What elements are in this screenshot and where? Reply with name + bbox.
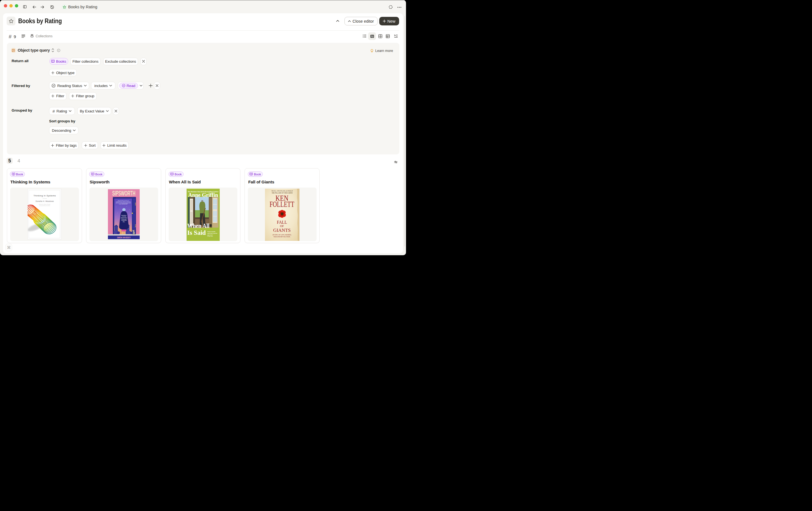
svg-text:‘Simon Van Booy’s characters a: ‘Simon Van Booy’s characters are	[118, 200, 129, 201]
svg-text:OF: OF	[280, 224, 284, 227]
svg-text:desire for connection that all: desire for connection that all mammals s…	[116, 202, 131, 203]
svg-text:Sustainability Institute: Sustainability Institute	[39, 205, 50, 206]
svg-text:Is Said: Is Said	[187, 229, 206, 236]
svg-text:SIMON VAN BOOY: SIMON VAN BOOY	[117, 236, 131, 239]
svg-text:way...: way...	[122, 221, 125, 222]
svg-text:engrossing, a genuine: engrossing, a genuine	[207, 233, 218, 234]
svg-text:WAR AND REVOLUTION.: WAR AND REVOLUTION.	[273, 236, 290, 237]
svg-text:a second: a second	[122, 216, 126, 217]
svg-text:Thinking in Systems: Thinking in Systems	[33, 194, 56, 197]
svg-text:page-turner.’: page-turner.’	[207, 234, 213, 235]
svg-text:I loved it.’ ANN PATCHETT: I loved it.’ ANN PATCHETT	[119, 203, 128, 205]
svg-text:Sometimes: Sometimes	[121, 215, 126, 216]
svg-text:THE NO. 1 BESTSELLING AUTHOR O: THE NO. 1 BESTSELLING AUTHOR OF	[271, 190, 293, 192]
svg-text:A Primer: A Primer	[42, 198, 47, 199]
svg-text:Donella H. Meadows: Donella H. Meadows	[36, 200, 54, 202]
svg-text:When All: When All	[187, 222, 209, 230]
svg-text:‘Hugely enjoyable,: ‘Hugely enjoyable,	[207, 231, 215, 232]
svg-text:AN EPIC OF LOVE, HATRED,: AN EPIC OF LOVE, HATRED,	[272, 234, 292, 236]
svg-text:SIPSWORTH: SIPSWORTH	[112, 189, 135, 197]
svg-text:in the most: in the most	[121, 218, 127, 220]
svg-text:chance comes: chance comes	[121, 217, 127, 218]
svg-text:unexpected: unexpected	[121, 220, 126, 221]
svg-text:DONAL RYAN: DONAL RYAN	[207, 236, 213, 237]
svg-text:loaded with charm, resilience,: loaded with charm, resilience, and the d…	[116, 201, 131, 202]
svg-text:GIANTS: GIANTS	[273, 227, 291, 233]
svg-text:FALL: FALL	[277, 219, 287, 225]
svg-text:FOLLETT: FOLLETT	[270, 200, 294, 209]
